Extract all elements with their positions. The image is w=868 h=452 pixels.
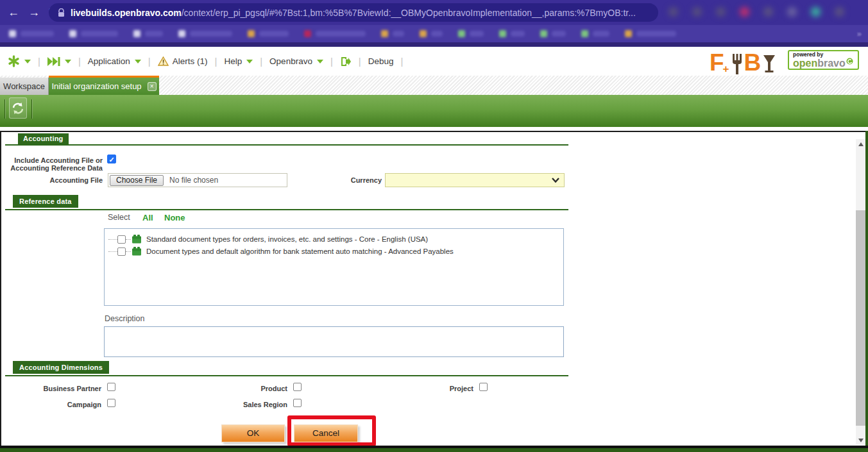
section-divider (5, 144, 568, 146)
chevron-down-icon (552, 178, 559, 183)
application-menu[interactable]: Application (88, 56, 141, 66)
window-toolbar (0, 95, 868, 127)
application-menu-label: Application (88, 56, 130, 66)
bookmark-favicon (304, 30, 311, 37)
browser-extension-icon-blurred[interactable] (692, 7, 702, 17)
accounting-file-label: Accounting File (0, 176, 103, 184)
bookmark-favicon (581, 30, 588, 37)
browser-extension-icon-blurred[interactable] (811, 7, 821, 17)
logo-letter-f: F (710, 51, 724, 74)
cancel-button[interactable]: Cancel (294, 424, 358, 442)
asterisk-icon (8, 55, 20, 67)
browser-extension-icon-blurred[interactable] (787, 7, 797, 17)
url-path: /context/erp_pi_pgsql/#%7Bst:1,bm:%5B%7B… (182, 8, 636, 18)
choose-file-button[interactable]: Choose File (110, 175, 164, 186)
campaign-checkbox[interactable] (107, 399, 115, 407)
bookmark-title-blurred (81, 31, 118, 37)
section-header-accounting: Accounting (18, 133, 69, 144)
bookmark-favicon (9, 30, 16, 37)
browser-back-icon[interactable]: ← (8, 6, 19, 19)
bookmark-item-blurred[interactable] (9, 30, 54, 37)
bookmark-title-blurred (511, 31, 525, 37)
include-accounting-checkbox[interactable]: ✓ (107, 155, 116, 163)
bookmark-item-blurred[interactable] (581, 30, 609, 37)
tree-item-checkbox[interactable] (117, 247, 126, 256)
screen: ← → ↻ livebuilds.openbravo.com/context/e… (0, 0, 868, 452)
tab-workspace[interactable]: Workspace (0, 78, 49, 95)
browser-extension-icon-blurred[interactable] (668, 7, 678, 17)
accounting-file-input[interactable]: Choose File No file chosen (108, 173, 287, 187)
section-header-reference-data: Reference data (13, 195, 78, 208)
bookmark-item-blurred[interactable] (625, 30, 676, 37)
bookmark-title-blurred (259, 31, 289, 37)
browser-extension-icon-blurred[interactable] (763, 7, 773, 17)
powered-by-label: powered by (793, 52, 854, 58)
tab-initial-organization-setup[interactable]: Initial organization setup × (49, 76, 159, 95)
panel-border (0, 131, 868, 132)
toolbar-separator (4, 99, 5, 119)
bookmark-title-blurred (552, 31, 566, 37)
browser-forward-icon[interactable]: → (28, 6, 40, 19)
product-checkbox[interactable] (293, 383, 302, 391)
project-label: Project (372, 385, 473, 392)
bookmark-item-blurred[interactable] (458, 30, 484, 37)
tab-close-icon[interactable]: × (148, 82, 157, 91)
section-divider (5, 375, 568, 376)
select-all-link[interactable]: All (142, 213, 153, 222)
bookmark-item-blurred[interactable] (133, 30, 163, 37)
scrollbar-down-arrow-icon[interactable] (858, 439, 864, 442)
debug-menu[interactable]: Debug (368, 56, 394, 66)
bookmark-item-blurred[interactable] (304, 30, 366, 37)
bookmark-title-blurred (593, 31, 609, 37)
toolbar-separator (31, 99, 32, 119)
browser-extension-icon-blurred[interactable] (835, 7, 844, 17)
description-textarea[interactable] (104, 326, 564, 357)
bookmark-item-blurred[interactable] (420, 30, 443, 37)
refresh-button[interactable] (9, 97, 27, 119)
openbravo-menu-label: Openbravo (269, 56, 312, 66)
bookmark-favicon (625, 30, 632, 37)
product-label: Product (186, 385, 287, 392)
bookmark-item-blurred[interactable] (248, 30, 289, 37)
warning-icon (158, 56, 169, 66)
browser-extension-icon-blurred[interactable] (740, 7, 749, 17)
currency-select[interactable] (385, 173, 565, 187)
address-bar[interactable]: livebuilds.openbravo.com/context/erp_pi_… (49, 3, 658, 22)
bookmark-item-blurred[interactable] (499, 30, 525, 37)
select-none-link[interactable]: None (164, 213, 185, 222)
alerts-menu[interactable]: Alerts (1) (158, 56, 208, 66)
business-partner-checkbox[interactable] (107, 383, 115, 391)
bookmark-item-blurred[interactable] (69, 30, 118, 37)
chevron-down-icon (24, 60, 31, 63)
module-package-icon (132, 247, 142, 256)
sales-region-checkbox[interactable] (293, 399, 302, 407)
no-file-chosen-text: No file chosen (169, 176, 218, 185)
openbravo-swirl-icon (846, 58, 853, 65)
help-menu[interactable]: Help (224, 56, 253, 66)
browser-extension-icon-blurred[interactable] (716, 7, 726, 17)
bookmark-item-blurred[interactable] (540, 30, 566, 37)
skip-forward-menu-button[interactable] (47, 57, 71, 66)
bookmarks-overflow-icon[interactable]: » (857, 29, 862, 38)
brand-bravo: bravo (817, 58, 846, 69)
bookmark-item-blurred[interactable] (178, 30, 232, 37)
bookmark-title-blurred (21, 31, 54, 37)
scrollbar-up-arrow-icon[interactable] (858, 142, 864, 146)
help-menu-label: Help (224, 56, 242, 66)
tab-label: Initial organization setup (51, 81, 141, 91)
bookmark-favicon (540, 30, 547, 37)
bookmark-favicon (458, 30, 465, 37)
bookmark-title-blurred (316, 31, 366, 37)
tree-item-checkbox[interactable] (117, 235, 126, 244)
browser-extension-icons-blurred (668, 7, 844, 17)
fork-icon (731, 54, 743, 74)
tree-item-label: Document types and default algorithm for… (146, 247, 454, 255)
openbravo-menu[interactable]: Openbravo (269, 56, 323, 66)
ok-button[interactable]: OK (221, 424, 285, 442)
logout-button[interactable] (340, 56, 352, 67)
workspace-menu-button[interactable] (8, 55, 31, 67)
vertical-scrollbar-thumb[interactable] (856, 210, 865, 426)
project-checkbox[interactable] (479, 383, 488, 391)
bookmark-item-blurred[interactable] (381, 30, 404, 37)
panel-right-border (865, 131, 868, 448)
